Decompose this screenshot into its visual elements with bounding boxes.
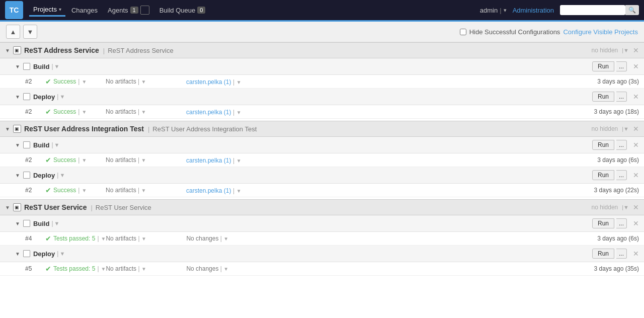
buildtype-chevron-ruait-build[interactable]: ▼ xyxy=(15,142,20,148)
buildtype-close-ruait-build[interactable]: ✕ xyxy=(633,141,639,149)
status-fav-ras-deploy-0[interactable]: ▼ xyxy=(82,109,87,115)
build-status-link-ruait-build-0[interactable]: Success xyxy=(53,156,76,164)
nav-buildqueue[interactable]: Build Queue 0 xyxy=(155,5,210,16)
project-chevron-rest-user-address-integration-test[interactable]: ▼ xyxy=(5,126,10,132)
build-status-link-ras-deploy-0[interactable]: Success xyxy=(53,108,76,115)
agents-box xyxy=(140,6,149,15)
run-button-ruait-build[interactable]: Run xyxy=(592,140,614,150)
user-fav-ruait-build-0[interactable]: ▼ xyxy=(236,158,242,164)
artifacts-fav-ruait-deploy-0[interactable]: ▼ xyxy=(141,188,146,193)
run-dots-button-rus-deploy[interactable]: ... xyxy=(616,249,627,259)
project-fav-icon-rest-user-address-integration-test[interactable]: |▼ xyxy=(622,126,629,132)
buildtype-close-rus-build[interactable]: ✕ xyxy=(633,219,639,227)
user-link-ras-deploy-0[interactable]: carsten.pelka (1) xyxy=(186,109,231,116)
buildtype-close-ras-build[interactable]: ✕ xyxy=(633,62,639,70)
hide-successful-checkbox[interactable] xyxy=(460,29,466,35)
run-button-rus-build[interactable]: Run xyxy=(592,218,614,228)
build-row-rus-build-0: #4 ✔ Tests passed: 5 | ▼ No artifacts | … xyxy=(0,232,644,246)
status-fav-rus-build-0[interactable]: ▼ xyxy=(101,236,106,242)
buildtype-close-ras-deploy[interactable]: ✕ xyxy=(633,93,639,101)
buildtype-close-ruait-deploy[interactable]: ✕ xyxy=(633,171,639,179)
artifacts-cell-ras-build-0: No artifacts | ▼ xyxy=(106,78,186,85)
project-chevron-rest-user-service[interactable]: ▼ xyxy=(5,205,10,210)
nav-links: Projects ▾ Changes Agents 1 Build Queue … xyxy=(29,4,480,17)
nav-changes[interactable]: Changes xyxy=(67,5,102,16)
buildtype-chevron-ras-build[interactable]: ▼ xyxy=(15,64,20,69)
run-dots-button-ruait-build[interactable]: ... xyxy=(616,140,627,150)
buildtype-name-rus-deploy: Deploy xyxy=(33,250,55,258)
run-button-ras-deploy[interactable]: Run xyxy=(592,92,614,102)
move-down-button[interactable]: ▼ xyxy=(23,25,37,39)
build-num-ras-build-0: #2 xyxy=(25,78,45,85)
nav-agents[interactable]: Agents 1 xyxy=(104,4,153,17)
tc-logo[interactable]: TC xyxy=(5,1,23,19)
artifacts-cell-rus-build-0: No artifacts | ▼ xyxy=(106,235,186,242)
run-button-ras-build[interactable]: Run xyxy=(592,61,614,71)
buildtype-chevron-ras-deploy[interactable]: ▼ xyxy=(15,94,20,100)
run-dots-button-ras-deploy[interactable]: ... xyxy=(616,92,627,102)
time-cell-ruait-deploy-0: 3 days ago (22s) xyxy=(594,187,639,194)
build-status-link-rus-build-0[interactable]: Tests passed: 5 xyxy=(53,235,95,242)
artifacts-fav-ras-deploy-0[interactable]: ▼ xyxy=(141,109,146,115)
changes-fav-rus-build-0[interactable]: ▼ xyxy=(223,236,228,242)
move-up-button[interactable]: ▲ xyxy=(6,25,20,39)
run-button-rus-deploy[interactable]: Run xyxy=(592,249,614,259)
run-dots-button-rus-build[interactable]: ... xyxy=(616,218,627,228)
buildtype-fav-ruait-deploy[interactable]: ▼ xyxy=(59,172,65,178)
nav-search-input[interactable] xyxy=(560,5,625,15)
project-close-rest-user-service[interactable]: ✕ xyxy=(633,203,639,211)
user-fav-ras-build-0[interactable]: ▼ xyxy=(236,80,242,85)
project-icon-rest-address-service: ▣ xyxy=(13,46,21,54)
user-link-ruait-deploy-0[interactable]: carsten.pelka (1) xyxy=(186,187,231,194)
buildtype-fav-ras-build[interactable]: ▼ xyxy=(54,63,60,69)
no-hidden-rest-user-address-integration-test: no hidden xyxy=(592,125,618,132)
changes-fav-rus-deploy-0[interactable]: ▼ xyxy=(223,266,228,272)
project-chevron-rest-address-service[interactable]: ▼ xyxy=(5,48,10,53)
build-status-rus-deploy-0: ✔ Tests passed: 5 | ▼ xyxy=(45,265,106,273)
artifacts-fav-ras-build-0[interactable]: ▼ xyxy=(141,79,146,85)
hide-successful-wrap: Hide Successful Configurations Configure… xyxy=(460,28,638,36)
buildtype-fav-rus-build[interactable]: ▼ xyxy=(54,220,60,226)
time-cell-ruait-build-0: 3 days ago (6s) xyxy=(597,156,639,164)
buildtype-icon-ras-deploy xyxy=(23,93,30,100)
build-status-link-rus-deploy-0[interactable]: Tests passed: 5 xyxy=(53,265,95,272)
buildtype-fav-ras-deploy[interactable]: ▼ xyxy=(59,94,65,100)
artifacts-fav-rus-deploy-0[interactable]: ▼ xyxy=(141,266,146,272)
user-fav-ras-deploy-0[interactable]: ▼ xyxy=(236,110,242,115)
run-dots-button-ruait-deploy[interactable]: ... xyxy=(616,170,627,180)
project-close-rest-user-address-integration-test[interactable]: ✕ xyxy=(633,125,639,133)
project-close-rest-address-service[interactable]: ✕ xyxy=(633,46,639,54)
build-status-link-ruait-deploy-0[interactable]: Success xyxy=(53,187,76,194)
status-fav-ruait-build-0[interactable]: ▼ xyxy=(82,157,87,163)
user-cell-ruait-deploy-0: carsten.pelka (1) | ▼ xyxy=(186,187,277,194)
artifacts-fav-rus-build-0[interactable]: ▼ xyxy=(141,236,146,242)
buildtype-fav-rus-deploy[interactable]: ▼ xyxy=(59,251,65,257)
buildtype-chevron-rus-build[interactable]: ▼ xyxy=(15,221,20,226)
buildtype-chevron-ruait-deploy[interactable]: ▼ xyxy=(15,173,20,178)
buildtype-icon-ras-build xyxy=(23,63,30,70)
success-icon-rus-build-0: ✔ xyxy=(45,234,51,243)
status-fav-rus-deploy-0[interactable]: ▼ xyxy=(101,266,106,272)
project-name-rest-user-service: ReST User Service xyxy=(24,203,87,211)
status-fav-ras-build-0[interactable]: ▼ xyxy=(82,79,87,85)
buildtype-chevron-rus-deploy[interactable]: ▼ xyxy=(15,251,20,257)
user-link-ruait-build-0[interactable]: carsten.pelka (1) xyxy=(186,157,231,164)
run-button-ruait-deploy[interactable]: Run xyxy=(592,170,614,180)
artifacts-fav-ruait-build-0[interactable]: ▼ xyxy=(141,157,146,163)
user-link-ras-build-0[interactable]: carsten.pelka (1) xyxy=(186,78,231,86)
status-fav-ruait-deploy-0[interactable]: ▼ xyxy=(82,188,87,193)
project-fav-icon-rest-address-service[interactable]: |▼ xyxy=(622,47,629,53)
build-status-link-ras-build-0[interactable]: Success xyxy=(53,78,76,85)
nav-search-button[interactable]: 🔍 xyxy=(625,5,639,15)
build-status-rus-build-0: ✔ Tests passed: 5 | ▼ xyxy=(45,234,106,243)
buildtype-close-rus-deploy[interactable]: ✕ xyxy=(633,250,639,258)
buildtype-row-ras-deploy: ▼ Deploy | ▼ Run ... ✕ xyxy=(0,89,644,105)
buildtype-fav-ruait-build[interactable]: ▼ xyxy=(54,142,60,148)
configure-visible-projects-link[interactable]: Configure Visible Projects xyxy=(563,28,638,36)
project-fav-icon-rest-user-service[interactable]: |▼ xyxy=(622,204,629,210)
user-fav-ruait-deploy-0[interactable]: ▼ xyxy=(236,188,242,194)
nav-right: admin | ▾ Administration 🔍 xyxy=(480,5,639,15)
nav-administration[interactable]: Administration xyxy=(513,7,554,14)
run-dots-button-ras-build[interactable]: ... xyxy=(616,61,627,71)
nav-projects[interactable]: Projects ▾ xyxy=(29,4,65,17)
